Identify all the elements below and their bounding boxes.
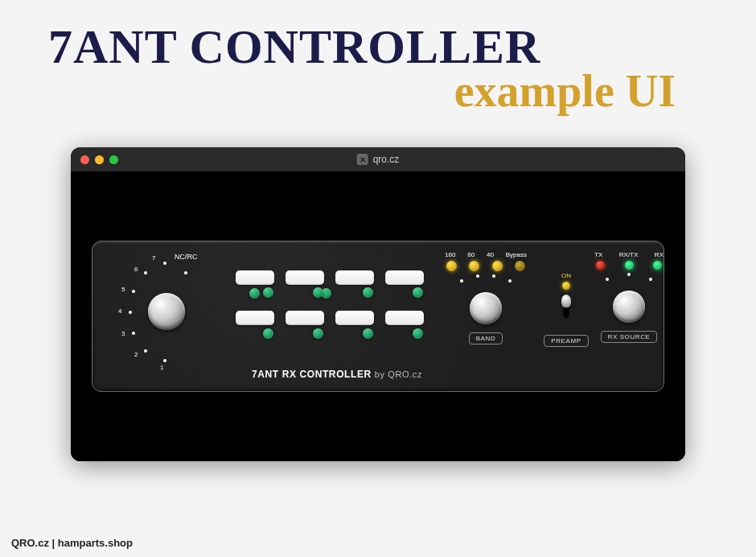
antenna-button[interactable]	[335, 270, 374, 285]
band-led-bypass	[515, 261, 525, 271]
page-footer: QRO.cz | hamparts.shop	[11, 537, 133, 549]
antenna-led	[413, 287, 423, 298]
rx-source-section: TX RX/TX RX RX SOURCE	[594, 251, 664, 343]
antenna-button[interactable]	[385, 270, 424, 285]
antenna-pos-7: 7	[152, 254, 155, 262]
preamp-section: ON PREAMP	[533, 251, 599, 347]
band-led-40	[492, 261, 503, 271]
band-section: 160 80 40 Bypass BAN	[443, 251, 528, 345]
band-led-80	[469, 261, 479, 271]
rx-label-tx: TX	[594, 251, 602, 258]
antenna-led	[363, 328, 373, 339]
window-maximize-button[interactable]	[109, 155, 118, 164]
antenna-button[interactable]	[286, 311, 324, 325]
antenna-pos-4: 4	[118, 307, 121, 315]
rx-led-tx	[596, 261, 605, 270]
band-label-40: 40	[487, 251, 494, 258]
rx-source-section-label: RX SOURCE	[601, 331, 658, 343]
antenna-pos-3: 3	[121, 330, 125, 337]
browser-address: ✕ qro.cz	[357, 154, 400, 165]
window-close-button[interactable]	[80, 155, 89, 164]
antenna-button[interactable]	[236, 311, 274, 325]
antenna-led	[313, 287, 323, 298]
browser-window: ✕ qro.cz NC/RC 7 6 5 4 3 2	[71, 147, 685, 461]
device-model-label: 7ANT RX CONTROLLERby QRO.cz	[252, 369, 422, 380]
band-label-160: 160	[445, 251, 455, 258]
browser-viewport: NC/RC 7 6 5 4 3 2 1	[71, 171, 685, 461]
band-label-bypass: Bypass	[506, 251, 527, 258]
antenna-led	[363, 287, 373, 298]
antenna-led	[263, 287, 273, 298]
antenna-knob[interactable]	[148, 293, 185, 330]
band-led-160	[446, 261, 457, 271]
rx-source-knob[interactable]	[613, 291, 645, 323]
band-section-label: BAND	[469, 332, 503, 345]
controller-panel: NC/RC 7 6 5 4 3 2 1	[92, 241, 664, 392]
antenna-button[interactable]	[236, 270, 274, 285]
antenna-pos-5: 5	[121, 286, 125, 293]
preamp-led	[562, 282, 570, 290]
preamp-on-label: ON	[533, 272, 599, 279]
antenna-led	[263, 328, 273, 339]
preamp-toggle[interactable]	[560, 296, 573, 324]
antenna-ncrc-label: NC/RC	[175, 253, 198, 261]
browser-titlebar: ✕ qro.cz	[71, 147, 685, 171]
preamp-section-label: PREAMP	[544, 335, 588, 347]
antenna-pos-1: 1	[160, 364, 163, 371]
band-knob[interactable]	[470, 292, 502, 324]
antenna-button-grid	[236, 270, 437, 339]
antenna-button[interactable]	[335, 311, 374, 325]
antenna-button[interactable]	[385, 311, 424, 325]
rx-label-rx: RX	[655, 251, 664, 258]
antenna-selector: NC/RC 7 6 5 4 3 2 1	[110, 256, 223, 369]
close-tab-icon[interactable]: ✕	[357, 154, 368, 165]
antenna-pos-2: 2	[134, 351, 138, 358]
rx-label-rxtx: RX/TX	[619, 251, 639, 258]
antenna-pos-6: 6	[134, 266, 138, 273]
rx-led-rx	[653, 261, 662, 270]
rx-led-rxtx	[625, 261, 634, 270]
window-minimize-button[interactable]	[95, 155, 104, 164]
antenna-led	[313, 328, 323, 339]
band-label-80: 80	[467, 251, 475, 258]
browser-url: qro.cz	[373, 154, 400, 165]
antenna-led	[413, 328, 423, 339]
antenna-button[interactable]	[286, 270, 324, 285]
